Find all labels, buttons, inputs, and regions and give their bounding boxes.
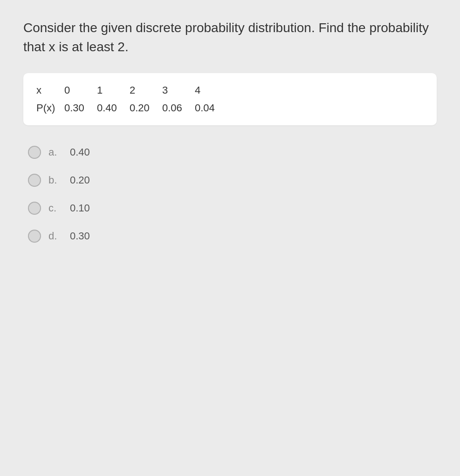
x-val-1: 1 bbox=[97, 84, 130, 96]
px-val-4: 0.04 bbox=[195, 102, 227, 114]
radio-d[interactable] bbox=[28, 230, 41, 243]
option-a[interactable]: a. 0.40 bbox=[28, 146, 437, 159]
px-val-1: 0.40 bbox=[97, 102, 130, 114]
radio-b[interactable] bbox=[28, 174, 41, 187]
main-container: Consider the given discrete probability … bbox=[23, 19, 437, 243]
option-a-letter: a. bbox=[48, 146, 62, 158]
option-a-value: 0.40 bbox=[70, 146, 90, 158]
x-label: x bbox=[36, 84, 64, 96]
option-b-letter: b. bbox=[48, 174, 62, 186]
option-b-value: 0.20 bbox=[70, 174, 90, 186]
x-val-0: 0 bbox=[64, 84, 97, 96]
option-c-letter: c. bbox=[48, 202, 62, 214]
option-b[interactable]: b. 0.20 bbox=[28, 174, 437, 187]
px-val-2: 0.20 bbox=[130, 102, 162, 114]
px-label: P(x) bbox=[36, 102, 64, 114]
option-d-value: 0.30 bbox=[70, 230, 90, 242]
table-data-row: P(x) 0.30 0.40 0.20 0.06 0.04 bbox=[36, 102, 424, 114]
radio-c[interactable] bbox=[28, 202, 41, 215]
table-header-row: x 0 1 2 3 4 bbox=[36, 84, 424, 96]
option-d-letter: d. bbox=[48, 230, 62, 242]
radio-a[interactable] bbox=[28, 146, 41, 159]
x-val-2: 2 bbox=[130, 84, 162, 96]
options-list: a. 0.40 b. 0.20 c. 0.10 d. 0.30 bbox=[23, 146, 437, 243]
option-d[interactable]: d. 0.30 bbox=[28, 230, 437, 243]
question-text: Consider the given discrete probability … bbox=[23, 19, 437, 56]
option-c[interactable]: c. 0.10 bbox=[28, 202, 437, 215]
px-val-3: 0.06 bbox=[162, 102, 195, 114]
x-val-3: 3 bbox=[162, 84, 195, 96]
distribution-table: x 0 1 2 3 4 P(x) 0.30 0.40 0.20 0.06 0.0… bbox=[23, 73, 437, 125]
option-c-value: 0.10 bbox=[70, 202, 90, 214]
x-val-4: 4 bbox=[195, 84, 227, 96]
px-val-0: 0.30 bbox=[64, 102, 97, 114]
